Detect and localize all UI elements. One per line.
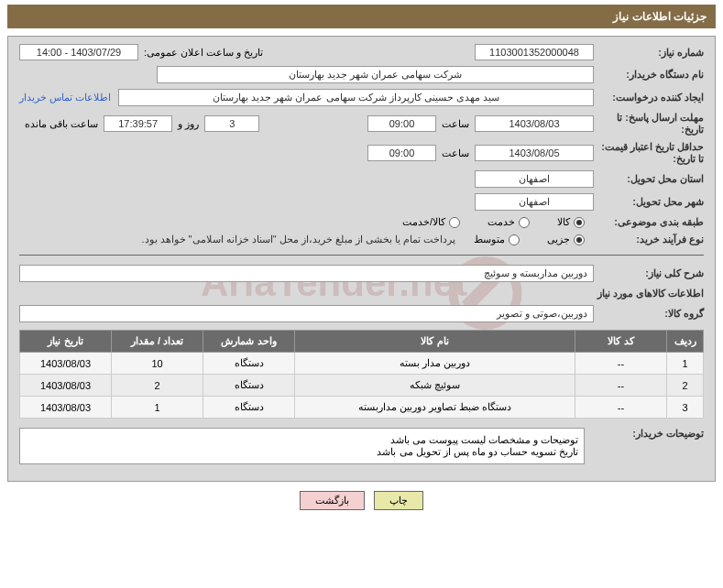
category-label: طبقه بندی موضوعی:	[594, 216, 704, 228]
goods-info-title: اطلاعات کالاهای مورد نیاز	[19, 288, 704, 299]
announce-field: 1403/07/29 - 14:00	[19, 44, 138, 60]
table-row: 2--سوئیچ شبکهدستگاه21403/08/03	[20, 375, 704, 397]
announce-label: تاریخ و ساعت اعلان عمومی:	[144, 47, 263, 59]
buyer-notes-line1: توضیحات و مشخصات لیست پیوست می باشد	[26, 434, 578, 446]
radio-icon	[519, 217, 530, 228]
page-title: جزئیات اطلاعات نیاز	[7, 5, 716, 28]
back-button[interactable]: بازگشت	[300, 491, 365, 510]
th-unit: واحد شمارش	[203, 331, 295, 353]
radio-medium[interactable]: متوسط	[474, 234, 520, 245]
cell-num: 3	[667, 397, 704, 419]
cell-qty: 1	[112, 397, 203, 419]
cell-num: 1	[667, 353, 704, 375]
radio-icon	[574, 234, 585, 245]
table-row: 3--دستگاه ضبط تصاویر دوربین مداربستهدستگ…	[20, 397, 704, 419]
buyer-notes-line2: تاریخ تسویه حساب دو ماه پس از تحویل می ب…	[26, 446, 578, 458]
divider	[19, 255, 704, 256]
process-label: نوع فرآیند خرید:	[594, 234, 704, 245]
print-button[interactable]: چاپ	[374, 491, 423, 510]
radio-partial[interactable]: جزیی	[547, 234, 585, 245]
radio-icon	[509, 234, 520, 245]
summary-label: شرح کلی نیاز:	[594, 267, 704, 279]
cell-name: دستگاه ضبط تصاویر دوربین مداربسته	[295, 397, 575, 419]
buyer-field: شرکت سهامی عمران شهر جدید بهارستان	[157, 66, 594, 83]
city-label: شهر محل تحویل:	[594, 196, 704, 208]
th-name: نام کالا	[295, 331, 575, 353]
cell-num: 2	[667, 375, 704, 397]
deadline-label: مهلت ارسال پاسخ: تا تاریخ:	[594, 112, 704, 136]
goods-group-label: گروه کالا:	[594, 308, 704, 320]
radio-both[interactable]: کالا/خدمت	[402, 216, 460, 228]
th-qty: تعداد / مقدار	[112, 331, 203, 353]
need-no-label: شماره نیاز:	[594, 47, 704, 59]
requester-field: سید مهدی حسینی کارپرداز شرکت سهامی عمران…	[118, 89, 594, 106]
need-no-field: 1103001352000048	[475, 44, 594, 60]
buyer-notes-box: توضیحات و مشخصات لیست پیوست می باشد تاری…	[19, 428, 585, 464]
cell-unit: دستگاه	[203, 397, 295, 419]
time-label-2: ساعت	[442, 147, 469, 159]
th-code: کد کالا	[575, 331, 667, 353]
goods-group-field: دوربین،صوتی و تصویر	[19, 305, 594, 322]
th-num: ردیف	[667, 331, 704, 353]
cell-code: --	[575, 375, 667, 397]
cell-name: دوربین مدار بسته	[295, 353, 575, 375]
days-count-field: 3	[204, 115, 259, 132]
validity-date-field: 1403/08/05	[475, 145, 594, 161]
cell-code: --	[575, 353, 667, 375]
countdown-field: 17:39:57	[104, 115, 172, 132]
remaining-label: ساعت باقی مانده	[25, 118, 98, 130]
table-row: 1--دوربین مدار بستهدستگاه101403/08/03	[20, 353, 704, 375]
deadline-date-field: 1403/08/03	[475, 115, 594, 132]
radio-service[interactable]: خدمت	[487, 216, 530, 228]
radio-icon	[574, 217, 585, 228]
cell-date: 1403/08/03	[20, 375, 112, 397]
cell-date: 1403/08/03	[20, 397, 112, 419]
radio-icon	[449, 217, 460, 228]
cell-date: 1403/08/03	[20, 353, 112, 375]
province-field: اصفهان	[475, 170, 594, 188]
radio-goods[interactable]: کالا	[557, 216, 585, 228]
buyer-notes-label: توضیحات خریدار:	[594, 428, 704, 440]
city-field: اصفهان	[475, 193, 594, 211]
time-label-1: ساعت	[442, 118, 469, 130]
goods-table: ردیف کد کالا نام کالا واحد شمارش تعداد /…	[19, 330, 704, 419]
cell-name: سوئیچ شبکه	[295, 375, 575, 397]
cell-code: --	[575, 397, 667, 419]
summary-field: دوربین مداربسته و سوئیچ	[19, 265, 594, 282]
deadline-time-field: 09:00	[367, 115, 436, 132]
cell-qty: 10	[112, 353, 203, 375]
buyer-label: نام دستگاه خریدار:	[594, 69, 704, 81]
th-date: تاریخ نیاز	[20, 331, 112, 353]
details-panel: AriaTender.net شماره نیاز: 1103001352000…	[7, 36, 716, 482]
cell-unit: دستگاه	[203, 375, 295, 397]
requester-label: ایجاد کننده درخواست:	[594, 92, 704, 103]
province-label: استان محل تحویل:	[594, 173, 704, 185]
validity-time-field: 09:00	[367, 145, 436, 161]
contact-link[interactable]: اطلاعات تماس خریدار	[19, 92, 111, 103]
validity-label: حداقل تاریخ اعتبار قیمت: تا تاریخ:	[594, 141, 704, 165]
cell-unit: دستگاه	[203, 353, 295, 375]
cell-qty: 2	[112, 375, 203, 397]
days-label: روز و	[178, 118, 199, 130]
process-note: پرداخت تمام یا بخشی از مبلغ خرید،از محل …	[141, 234, 455, 245]
